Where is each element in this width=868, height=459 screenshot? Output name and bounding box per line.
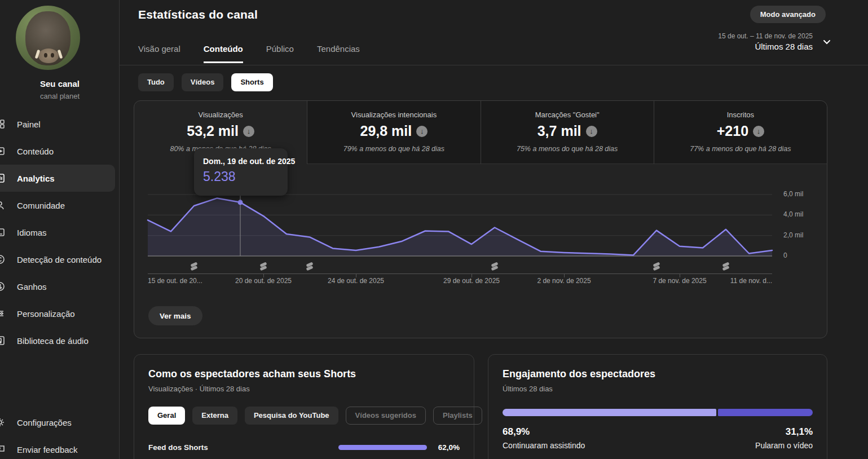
community-icon [0,199,8,211]
advanced-mode-button[interactable]: Modo avançado [750,6,826,23]
chip-pesquisa-youtube[interactable]: Pesquisa do YouTube [245,407,338,425]
chip-playlists: Playlists [433,407,482,425]
sidebar-item-idiomas[interactable]: Idiomas [0,219,115,246]
chip-shorts[interactable]: Shorts [231,73,272,91]
chevron-down-icon [821,36,833,48]
sidebar-item-biblioteca[interactable]: Biblioteca de áudio [0,327,115,354]
sidebar-footer: Configurações Enviar feedback [0,409,120,459]
down-arrow-icon: ↓ [753,126,764,137]
see-more-button[interactable]: Ver mais [148,306,202,325]
sidebar-item-conteudo[interactable]: Conteúdo [0,138,115,165]
sidebar-item-label: Ganhos [17,282,47,292]
avatar-detail [51,53,54,58]
metric-label: Marcações "Gostei" [481,111,654,119]
engagement-skipped: 31,1% Pularam o vídeo [755,426,813,450]
traffic-source-pct: 62,0% [434,443,460,452]
shorts-icon [721,262,730,271]
sidebar-nav: Painel Conteúdo Analytics Comunidade Idi… [0,111,120,354]
date-range-picker[interactable]: 15 de out. – 11 de nov. de 2025 Últimos … [718,32,833,51]
card-title: Como os espectadores acham seus Shorts [148,368,460,380]
sidebar-item-label: Idiomas [17,228,47,237]
metric-value: 53,2 mil [187,123,239,139]
y-tick-label: 4,0 mil [783,210,817,218]
engagement-caption: Continuaram assistindo [503,441,585,450]
sidebar-item-personalizacao[interactable]: Personalização [0,300,115,327]
tab-tendencias[interactable]: Tendências [317,44,360,63]
audio-library-icon [0,334,8,347]
sidebar-item-painel[interactable]: Painel [0,111,115,138]
engagement-stacked-bar[interactable] [503,409,813,416]
sidebar-item-ganhos[interactable]: Ganhos [0,273,115,300]
shorts-icon [305,262,314,271]
engagement-pct: 68,9% [503,426,585,438]
avatar-detail [44,53,47,58]
dashboard-icon [0,118,8,130]
sidebar-item-label: Personalização [17,309,75,319]
sidebar-item-analytics[interactable]: Analytics [0,165,115,192]
shorts-icon [490,262,499,271]
customization-icon [0,307,8,320]
tab-publico[interactable]: Público [266,44,294,63]
tab-conteudo[interactable]: Conteúdo [204,44,243,63]
metric-value: +210 [717,123,748,139]
shorts-icon [652,262,661,271]
analytics-tabs: Visão geral Conteúdo Público Tendências [138,44,360,63]
tooltip-date: Dom., 19 de out. de 2025 [203,157,279,166]
metric-card-inscritos[interactable]: Inscritos +210↓ 77% a menos do que há 28… [654,101,827,164]
metric-delta: 75% a menos do que há 28 dias [481,145,654,153]
tooltip-value: 5.238 [203,169,279,184]
main-content: Estatísticas do canal Modo avançado 15 d… [120,0,868,459]
channel-avatar[interactable] [16,6,80,70]
sidebar-item-label: Comunidade [17,201,65,210]
card-title: Engajamento dos espectadores [503,368,813,380]
date-range-text: 15 de out. – 11 de nov. de 2025 [718,32,813,40]
x-tick-label: 11 de nov. d... [682,277,772,285]
metric-label: Visualizações intencionais [307,111,480,119]
copyright-icon [0,253,8,266]
monetization-icon [0,280,8,293]
sidebar-item-label: Painel [17,120,41,129]
tab-visao-geral[interactable]: Visão geral [138,44,180,63]
y-tick-label: 2,0 mil [783,231,817,239]
page-title: Estatísticas do canal [138,8,258,21]
card-subtitle: Últimos 28 dias [503,385,813,393]
gear-icon [0,416,8,429]
sidebar-item-configuracoes[interactable]: Configurações [0,409,115,436]
sidebar: Seu canal canal planet Painel Conteúdo A… [0,0,120,459]
chip-videos[interactable]: Vídeos [182,73,224,91]
engagement-pct: 31,1% [755,426,813,438]
metric-label: Visualizações [134,111,307,119]
down-arrow-icon: ↓ [243,126,254,137]
chip-tudo[interactable]: Tudo [138,73,174,91]
shorts-icon [190,262,199,271]
down-arrow-icon: ↓ [586,126,597,137]
channel-name: Seu canal [0,79,120,89]
feedback-icon [0,443,8,456]
chip-externa[interactable]: Externa [192,407,237,425]
metric-value: 3,7 mil [537,123,581,139]
metric-value: 29,8 mil [360,123,412,139]
sidebar-item-label: Analytics [17,174,55,183]
metric-card-gostei[interactable]: Marcações "Gostei" 3,7 mil↓ 75% a menos … [481,101,654,164]
views-line-chart[interactable] [134,186,828,264]
engagement-labels: 68,9% Continuaram assistindo 31,1% Pular… [503,426,813,450]
sidebar-item-deteccao[interactable]: Detecção de conteúdo [0,246,115,273]
traffic-source-row[interactable]: Feed dos Shorts 62,0% [148,443,460,452]
analytics-icon [0,172,8,184]
shorts-icon [259,262,268,271]
avatar-boar-snout [38,48,59,63]
sidebar-item-comunidade[interactable]: Comunidade [0,192,115,219]
x-tick-label: 24 de out. de 2025 [311,277,401,285]
traffic-source-bar [338,445,427,450]
down-arrow-icon: ↓ [416,126,428,137]
chart-x-axis [148,273,772,274]
sidebar-item-label: Enviar feedback [17,445,78,454]
chip-geral[interactable]: Geral [148,407,185,425]
content-icon [0,145,8,157]
metric-card-visualizacoes-intencionais[interactable]: Visualizações intencionais 29,8 mil↓ 79%… [307,101,480,164]
x-tick-label: 29 de out. de 2025 [426,277,517,285]
sidebar-item-feedback[interactable]: Enviar feedback [0,436,115,459]
date-texts: 15 de out. – 11 de nov. de 2025 Últimos … [718,32,813,51]
y-tick-label: 6,0 mil [783,190,817,198]
sidebar-item-label: Configurações [17,418,72,427]
